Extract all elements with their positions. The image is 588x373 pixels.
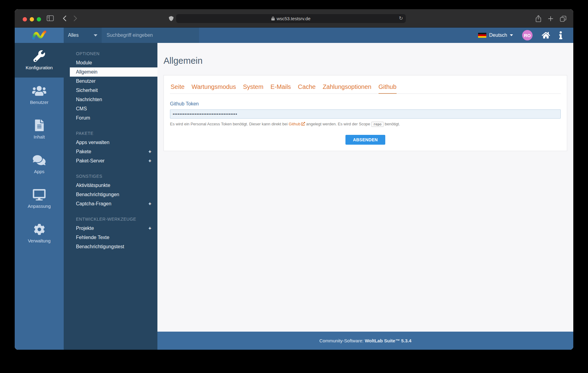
menu-item-forum[interactable]: Forum — [64, 113, 157, 123]
tab-zahlungsoptionen[interactable]: Zahlungsoptionen — [323, 75, 371, 93]
desktop-icon — [33, 189, 46, 200]
menu-item-label: Benachrichtigungstest — [76, 244, 124, 249]
traffic-lights — [23, 17, 41, 21]
address-bar[interactable]: wsc53.testsrv.de ↻ — [176, 14, 406, 23]
reload-icon[interactable]: ↻ — [399, 15, 403, 21]
privacy-shield-icon[interactable] — [169, 16, 174, 23]
tab-github[interactable]: Github — [379, 75, 397, 94]
menu-section-title: OPTIONEN — [64, 49, 157, 58]
sidebar-item-apps[interactable]: Apps — [15, 147, 64, 181]
menu-item-label: Captcha-Fragen — [76, 201, 111, 206]
menu-section-title: ENTWICKLER-WERKZEUGE — [64, 215, 157, 224]
content-area: Allgemein Seite Wartungsmodus System E-M… — [157, 43, 573, 332]
github-token-input[interactable] — [170, 109, 561, 119]
menu-item-aktivitaetspunkte[interactable]: Aktivitätspunkte — [64, 181, 157, 190]
sidebar-item-label: Konfiguration — [26, 65, 53, 70]
sidebar-item-label: Benutzer — [30, 100, 48, 105]
menu-item-label: Nachrichten — [76, 97, 102, 102]
plus-icon[interactable]: + — [149, 156, 151, 166]
sidebar-item-label: Apps — [34, 169, 44, 174]
menu-item-cms[interactable]: CMS — [64, 104, 157, 113]
main-sidebar: Konfiguration Benutzer Inhalt Apps — [15, 43, 64, 350]
sidebar-item-verwaltung[interactable]: Verwaltung — [15, 216, 64, 251]
menu-item-fehlende-texte[interactable]: Fehlende Texte — [64, 233, 157, 242]
new-tab-icon[interactable] — [548, 15, 554, 24]
menu-item-projekte[interactable]: Projekte+ — [64, 224, 157, 233]
info-icon[interactable] — [559, 31, 562, 39]
tab-seite[interactable]: Seite — [171, 75, 185, 93]
menu-item-nachrichten[interactable]: Nachrichten — [64, 95, 157, 104]
menu-item-label: Apps verwalten — [76, 140, 109, 145]
github-token-help: Es wird ein Personal Access Token benöti… — [170, 122, 561, 127]
plus-icon[interactable]: + — [149, 147, 151, 156]
close-window-button[interactable] — [23, 17, 27, 21]
comments-icon — [33, 154, 46, 166]
menu-item-allgemein[interactable]: Allgemein — [70, 67, 157, 77]
menu-section-title: PAKETE — [64, 129, 157, 138]
sidebar-item-konfiguration[interactable]: Konfiguration — [15, 43, 64, 78]
woltlab-logo[interactable] — [15, 28, 64, 43]
menu-item-label: Aktivitätspunkte — [76, 183, 110, 188]
menu-item-captcha-fragen[interactable]: Captcha-Fragen+ — [64, 199, 157, 208]
sidebar-item-anpassung[interactable]: Anpassung — [15, 181, 64, 216]
options-form-box: Seite Wartungsmodus System E-Mails Cache… — [164, 75, 567, 151]
menu-item-pakete[interactable]: Pakete+ — [64, 147, 157, 156]
menu-item-label: Pakete — [76, 149, 91, 154]
home-icon[interactable] — [542, 32, 550, 39]
sidebar-item-benutzer[interactable]: Benutzer — [15, 78, 64, 112]
page-title: Allgemein — [164, 56, 567, 66]
menu-item-apps-verwalten[interactable]: Apps verwalten — [64, 138, 157, 147]
language-label: Deutsch — [489, 32, 507, 38]
sidebar-item-inhalt[interactable]: Inhalt — [15, 112, 64, 147]
browser-window: wsc53.testsrv.de ↻ — [15, 9, 573, 350]
github-link[interactable]: Github — [289, 122, 300, 126]
footer-text: Community-Software: — [319, 338, 364, 343]
plus-icon[interactable]: + — [149, 199, 151, 208]
search-input[interactable] — [102, 32, 199, 38]
menu-item-benachrichtigungen[interactable]: Benachrichtigungen — [64, 190, 157, 199]
menu-section-title: SONSTIGES — [64, 172, 157, 181]
language-dropdown[interactable]: Deutsch — [478, 32, 513, 38]
chevron-down-icon — [510, 34, 513, 36]
tab-cache[interactable]: Cache — [298, 75, 316, 93]
menu-item-label: Benachrichtigungen — [76, 192, 119, 197]
tab-bar: Seite Wartungsmodus System E-Mails Cache… — [170, 75, 561, 94]
menu-item-label: Projekte — [76, 226, 94, 231]
sidebar-toggle-icon[interactable] — [47, 15, 54, 23]
menu-item-benutzer[interactable]: Benutzer — [64, 77, 157, 86]
share-icon[interactable] — [535, 15, 541, 24]
german-flag-icon — [478, 33, 486, 38]
menu-item-benachrichtigungstest[interactable]: Benachrichtigungstest — [64, 242, 157, 251]
menu-item-paket-server[interactable]: Paket-Server+ — [64, 156, 157, 166]
menu-item-label: Module — [76, 60, 92, 65]
tab-overview-icon[interactable] — [560, 15, 567, 24]
plus-icon[interactable]: + — [149, 224, 151, 233]
tab-system[interactable]: System — [243, 75, 263, 93]
submit-button[interactable]: ABSENDEN — [345, 135, 386, 145]
wrench-icon — [33, 50, 45, 62]
sidebar-item-label: Inhalt — [34, 134, 45, 139]
search-scope-value: Alles — [68, 32, 79, 38]
menu-item-label: Forum — [76, 115, 90, 120]
help-text: benötigt. — [384, 122, 400, 126]
menu-item-module[interactable]: Module — [64, 58, 157, 67]
help-text: Es wird ein Personal Access Token benöti… — [170, 122, 289, 126]
menu-item-sicherheit[interactable]: Sicherheit — [64, 86, 157, 95]
acp-search — [102, 28, 199, 43]
menu-item-label: Fehlende Texte — [76, 235, 109, 240]
fullscreen-window-button[interactable] — [37, 17, 41, 21]
github-token-label: Github Token — [170, 101, 561, 107]
footer-brand: WoltLab Suite™ 5.3.4 — [365, 338, 411, 343]
url-text: wsc53.testsrv.de — [277, 16, 311, 21]
footer: Community-Software: WoltLab Suite™ 5.3.4 — [157, 332, 573, 350]
search-scope-dropdown[interactable]: Alles — [64, 28, 102, 43]
forward-button[interactable] — [74, 15, 77, 23]
tab-e-mails[interactable]: E-Mails — [270, 75, 291, 93]
acp-header: Alles Deutsch RO — [15, 28, 573, 43]
back-button[interactable] — [62, 15, 66, 23]
menu-item-label: Benutzer — [76, 78, 96, 84]
avatar[interactable]: RO — [522, 30, 533, 40]
tab-wartungsmodus[interactable]: Wartungsmodus — [192, 75, 236, 93]
minimize-window-button[interactable] — [30, 17, 34, 21]
users-icon — [32, 85, 46, 97]
